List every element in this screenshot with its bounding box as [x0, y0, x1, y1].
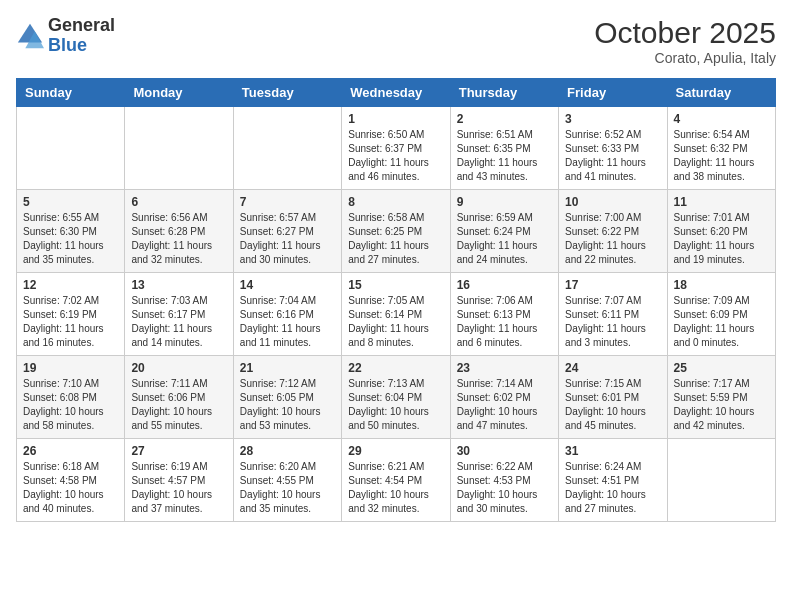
calendar-cell: 4Sunrise: 6:54 AM Sunset: 6:32 PM Daylig… — [667, 107, 775, 190]
weekday-header-cell: Tuesday — [233, 79, 341, 107]
calendar-week-row: 12Sunrise: 7:02 AM Sunset: 6:19 PM Dayli… — [17, 273, 776, 356]
calendar-cell — [233, 107, 341, 190]
day-info: Sunrise: 7:06 AM Sunset: 6:13 PM Dayligh… — [457, 294, 552, 350]
weekday-header-cell: Monday — [125, 79, 233, 107]
location-text: Corato, Apulia, Italy — [594, 50, 776, 66]
day-number: 23 — [457, 361, 552, 375]
day-info: Sunrise: 6:58 AM Sunset: 6:25 PM Dayligh… — [348, 211, 443, 267]
calendar-cell: 15Sunrise: 7:05 AM Sunset: 6:14 PM Dayli… — [342, 273, 450, 356]
logo-icon — [16, 22, 44, 50]
day-number: 9 — [457, 195, 552, 209]
calendar-cell: 28Sunrise: 6:20 AM Sunset: 4:55 PM Dayli… — [233, 439, 341, 522]
calendar-cell: 16Sunrise: 7:06 AM Sunset: 6:13 PM Dayli… — [450, 273, 558, 356]
day-info: Sunrise: 7:17 AM Sunset: 5:59 PM Dayligh… — [674, 377, 769, 433]
calendar-cell: 22Sunrise: 7:13 AM Sunset: 6:04 PM Dayli… — [342, 356, 450, 439]
day-info: Sunrise: 7:13 AM Sunset: 6:04 PM Dayligh… — [348, 377, 443, 433]
day-info: Sunrise: 7:07 AM Sunset: 6:11 PM Dayligh… — [565, 294, 660, 350]
day-number: 2 — [457, 112, 552, 126]
day-info: Sunrise: 6:50 AM Sunset: 6:37 PM Dayligh… — [348, 128, 443, 184]
day-number: 17 — [565, 278, 660, 292]
day-number: 18 — [674, 278, 769, 292]
weekday-header-row: SundayMondayTuesdayWednesdayThursdayFrid… — [17, 79, 776, 107]
calendar-cell: 20Sunrise: 7:11 AM Sunset: 6:06 PM Dayli… — [125, 356, 233, 439]
day-info: Sunrise: 7:12 AM Sunset: 6:05 PM Dayligh… — [240, 377, 335, 433]
day-number: 15 — [348, 278, 443, 292]
calendar-cell: 7Sunrise: 6:57 AM Sunset: 6:27 PM Daylig… — [233, 190, 341, 273]
day-info: Sunrise: 7:03 AM Sunset: 6:17 PM Dayligh… — [131, 294, 226, 350]
calendar-cell: 14Sunrise: 7:04 AM Sunset: 6:16 PM Dayli… — [233, 273, 341, 356]
calendar-cell: 6Sunrise: 6:56 AM Sunset: 6:28 PM Daylig… — [125, 190, 233, 273]
calendar-cell: 29Sunrise: 6:21 AM Sunset: 4:54 PM Dayli… — [342, 439, 450, 522]
day-number: 20 — [131, 361, 226, 375]
day-number: 27 — [131, 444, 226, 458]
day-number: 3 — [565, 112, 660, 126]
calendar-cell: 17Sunrise: 7:07 AM Sunset: 6:11 PM Dayli… — [559, 273, 667, 356]
day-number: 30 — [457, 444, 552, 458]
day-info: Sunrise: 7:09 AM Sunset: 6:09 PM Dayligh… — [674, 294, 769, 350]
calendar-cell: 30Sunrise: 6:22 AM Sunset: 4:53 PM Dayli… — [450, 439, 558, 522]
calendar-cell: 24Sunrise: 7:15 AM Sunset: 6:01 PM Dayli… — [559, 356, 667, 439]
day-number: 7 — [240, 195, 335, 209]
day-info: Sunrise: 7:00 AM Sunset: 6:22 PM Dayligh… — [565, 211, 660, 267]
calendar-cell: 26Sunrise: 6:18 AM Sunset: 4:58 PM Dayli… — [17, 439, 125, 522]
calendar-cell: 31Sunrise: 6:24 AM Sunset: 4:51 PM Dayli… — [559, 439, 667, 522]
calendar-week-row: 26Sunrise: 6:18 AM Sunset: 4:58 PM Dayli… — [17, 439, 776, 522]
calendar-week-row: 19Sunrise: 7:10 AM Sunset: 6:08 PM Dayli… — [17, 356, 776, 439]
calendar-cell: 27Sunrise: 6:19 AM Sunset: 4:57 PM Dayli… — [125, 439, 233, 522]
day-info: Sunrise: 7:04 AM Sunset: 6:16 PM Dayligh… — [240, 294, 335, 350]
calendar-cell: 19Sunrise: 7:10 AM Sunset: 6:08 PM Dayli… — [17, 356, 125, 439]
day-number: 6 — [131, 195, 226, 209]
calendar-cell: 10Sunrise: 7:00 AM Sunset: 6:22 PM Dayli… — [559, 190, 667, 273]
day-number: 25 — [674, 361, 769, 375]
weekday-header-cell: Sunday — [17, 79, 125, 107]
day-info: Sunrise: 6:55 AM Sunset: 6:30 PM Dayligh… — [23, 211, 118, 267]
logo: General Blue — [16, 16, 115, 56]
logo-general-text: General — [48, 15, 115, 35]
day-info: Sunrise: 6:21 AM Sunset: 4:54 PM Dayligh… — [348, 460, 443, 516]
day-info: Sunrise: 6:19 AM Sunset: 4:57 PM Dayligh… — [131, 460, 226, 516]
title-section: October 2025 Corato, Apulia, Italy — [594, 16, 776, 66]
calendar-cell: 1Sunrise: 6:50 AM Sunset: 6:37 PM Daylig… — [342, 107, 450, 190]
day-number: 28 — [240, 444, 335, 458]
weekday-header-cell: Saturday — [667, 79, 775, 107]
day-number: 13 — [131, 278, 226, 292]
calendar-cell: 13Sunrise: 7:03 AM Sunset: 6:17 PM Dayli… — [125, 273, 233, 356]
day-number: 11 — [674, 195, 769, 209]
calendar-cell: 2Sunrise: 6:51 AM Sunset: 6:35 PM Daylig… — [450, 107, 558, 190]
calendar-cell — [125, 107, 233, 190]
day-info: Sunrise: 6:22 AM Sunset: 4:53 PM Dayligh… — [457, 460, 552, 516]
day-info: Sunrise: 7:05 AM Sunset: 6:14 PM Dayligh… — [348, 294, 443, 350]
day-number: 26 — [23, 444, 118, 458]
day-number: 14 — [240, 278, 335, 292]
day-number: 12 — [23, 278, 118, 292]
day-number: 29 — [348, 444, 443, 458]
calendar-body: 1Sunrise: 6:50 AM Sunset: 6:37 PM Daylig… — [17, 107, 776, 522]
day-number: 21 — [240, 361, 335, 375]
calendar-week-row: 1Sunrise: 6:50 AM Sunset: 6:37 PM Daylig… — [17, 107, 776, 190]
day-number: 31 — [565, 444, 660, 458]
day-info: Sunrise: 6:56 AM Sunset: 6:28 PM Dayligh… — [131, 211, 226, 267]
day-info: Sunrise: 6:18 AM Sunset: 4:58 PM Dayligh… — [23, 460, 118, 516]
calendar-cell: 12Sunrise: 7:02 AM Sunset: 6:19 PM Dayli… — [17, 273, 125, 356]
day-info: Sunrise: 6:20 AM Sunset: 4:55 PM Dayligh… — [240, 460, 335, 516]
weekday-header-cell: Friday — [559, 79, 667, 107]
day-number: 5 — [23, 195, 118, 209]
day-info: Sunrise: 6:57 AM Sunset: 6:27 PM Dayligh… — [240, 211, 335, 267]
day-number: 24 — [565, 361, 660, 375]
calendar-week-row: 5Sunrise: 6:55 AM Sunset: 6:30 PM Daylig… — [17, 190, 776, 273]
logo-blue-text: Blue — [48, 35, 87, 55]
calendar-cell: 25Sunrise: 7:17 AM Sunset: 5:59 PM Dayli… — [667, 356, 775, 439]
day-info: Sunrise: 7:11 AM Sunset: 6:06 PM Dayligh… — [131, 377, 226, 433]
calendar-cell: 11Sunrise: 7:01 AM Sunset: 6:20 PM Dayli… — [667, 190, 775, 273]
calendar-cell: 5Sunrise: 6:55 AM Sunset: 6:30 PM Daylig… — [17, 190, 125, 273]
day-number: 1 — [348, 112, 443, 126]
page-header: General Blue October 2025 Corato, Apulia… — [16, 16, 776, 66]
calendar-cell: 3Sunrise: 6:52 AM Sunset: 6:33 PM Daylig… — [559, 107, 667, 190]
day-info: Sunrise: 7:10 AM Sunset: 6:08 PM Dayligh… — [23, 377, 118, 433]
day-info: Sunrise: 6:54 AM Sunset: 6:32 PM Dayligh… — [674, 128, 769, 184]
day-number: 22 — [348, 361, 443, 375]
day-info: Sunrise: 6:51 AM Sunset: 6:35 PM Dayligh… — [457, 128, 552, 184]
day-number: 10 — [565, 195, 660, 209]
calendar-cell: 8Sunrise: 6:58 AM Sunset: 6:25 PM Daylig… — [342, 190, 450, 273]
calendar-table: SundayMondayTuesdayWednesdayThursdayFrid… — [16, 78, 776, 522]
